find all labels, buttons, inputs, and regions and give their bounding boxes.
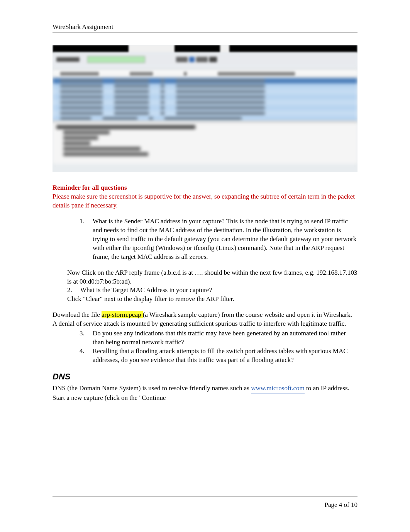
download-paragraph: Download the file arp-storm.pcap (a Wire… xyxy=(53,311,357,328)
wireshark-screenshot xyxy=(53,45,357,172)
download-filename-highlight: arp-storm.pcap xyxy=(102,311,143,318)
arp-reply-note: Now Click on the ARP reply frame (a.b.c.… xyxy=(67,269,357,286)
dns-body-pre: DNS (the Domain Name System) is used to … xyxy=(53,384,251,392)
q1-number: 1. xyxy=(80,217,93,262)
page-number: Page 4 of 10 xyxy=(53,501,357,509)
running-header: WireShark Assignment xyxy=(53,23,357,31)
q2-text: What is the Target MAC Address in your c… xyxy=(80,286,357,295)
download-pre: Download the file xyxy=(53,311,102,318)
q1-text: What is the Sender MAC address in your c… xyxy=(93,217,357,262)
q4-number: 4. xyxy=(80,347,93,365)
reminder-body: Please make sure the screenshot is suppo… xyxy=(53,192,357,210)
q2-number: 2. xyxy=(67,286,80,295)
clear-filter-note: Click "Clear" next to the display filter… xyxy=(67,295,357,304)
header-rule xyxy=(53,32,357,33)
q3-text: Do you see any indications that this tra… xyxy=(93,329,357,347)
dns-heading: DNS xyxy=(53,372,357,382)
reminder-heading: Reminder for all questions xyxy=(53,184,357,192)
q4-text: Recalling that a flooding attack attempt… xyxy=(93,347,357,365)
q3-number: 3. xyxy=(80,329,93,347)
dns-link[interactable]: www.microsoft.com xyxy=(251,384,305,392)
dns-body: DNS (the Domain Name System) is used to … xyxy=(53,384,357,403)
footer-rule xyxy=(53,496,357,497)
